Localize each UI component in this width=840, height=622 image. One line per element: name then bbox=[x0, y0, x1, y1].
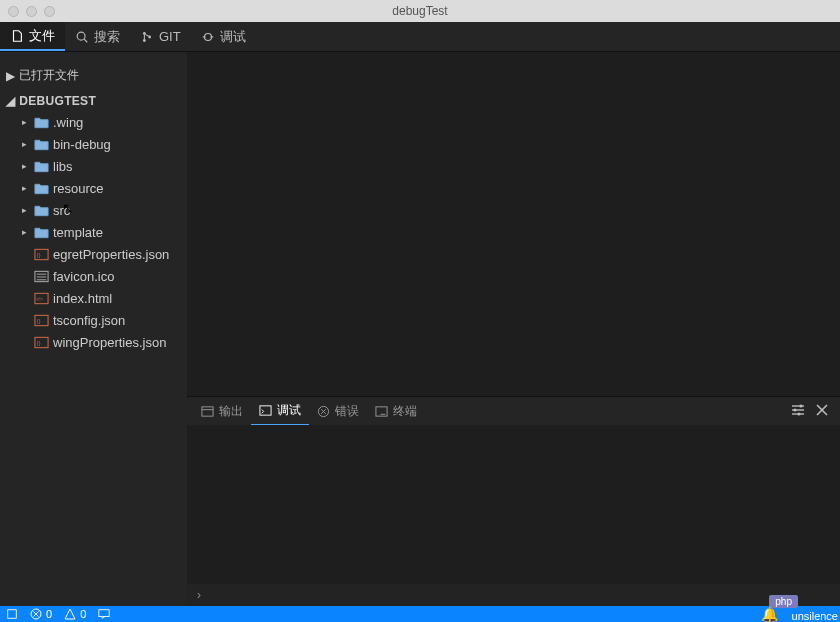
tree-folder[interactable]: ▸ .wing bbox=[6, 111, 187, 133]
search-icon bbox=[75, 30, 89, 44]
chevron-right-icon: ▸ bbox=[22, 205, 30, 215]
close-window-button[interactable] bbox=[8, 6, 19, 17]
file-icon bbox=[10, 29, 24, 43]
terminal-icon bbox=[375, 405, 388, 418]
notification-bell-icon[interactable]: 🔔 bbox=[761, 606, 778, 622]
tree-file[interactable]: </> index.html bbox=[6, 287, 187, 309]
toolbar-tab-search[interactable]: 搜索 bbox=[65, 22, 130, 51]
json-file-icon: {} bbox=[34, 336, 49, 349]
toolbar-tab-debug[interactable]: 调试 bbox=[191, 22, 256, 51]
json-file-icon: {} bbox=[34, 314, 49, 327]
editor-blank-area bbox=[187, 52, 840, 396]
output-icon bbox=[201, 405, 214, 418]
tree-item-label: tsconfig.json bbox=[53, 313, 125, 328]
tree-item-label: src bbox=[53, 203, 70, 218]
opened-files-header[interactable]: ▶ 已打开文件 bbox=[0, 64, 187, 87]
explorer-sidebar: ▶ 已打开文件 ◢ DEBUGTEST ▸ .wing ▸ bin-debug bbox=[0, 52, 187, 606]
svg-rect-36 bbox=[8, 610, 17, 619]
window-title: debugTest bbox=[0, 4, 840, 18]
svg-rect-22 bbox=[260, 406, 271, 415]
status-errors-count: 0 bbox=[46, 608, 52, 620]
svg-rect-20 bbox=[202, 406, 213, 415]
tree-item-label: bin-debug bbox=[53, 137, 111, 152]
svg-marker-40 bbox=[65, 609, 75, 619]
toolbar-tab-label: GIT bbox=[159, 29, 181, 44]
chevron-down-icon: ◢ bbox=[6, 94, 15, 108]
toolbar-tab-label: 文件 bbox=[29, 27, 55, 45]
tree-item-label: .wing bbox=[53, 115, 83, 130]
activity-toolbar: 文件 搜索 GIT 调试 bbox=[0, 22, 840, 52]
tree-item-label: resource bbox=[53, 181, 104, 196]
tree-file[interactable]: {} egretProperties.json bbox=[6, 243, 187, 265]
svg-text:{}: {} bbox=[37, 251, 41, 257]
debug-repl-input[interactable]: › bbox=[187, 584, 840, 606]
status-feedback-icon[interactable] bbox=[98, 608, 110, 620]
project-header[interactable]: ◢ DEBUGTEST bbox=[0, 91, 187, 111]
error-icon bbox=[30, 608, 42, 620]
toolbar-tab-git[interactable]: GIT bbox=[130, 22, 191, 51]
tree-item-label: template bbox=[53, 225, 103, 240]
tree-file[interactable]: favicon.ico bbox=[6, 265, 187, 287]
panel-close-icon[interactable] bbox=[816, 403, 828, 419]
svg-point-5 bbox=[204, 33, 211, 40]
panel-tab-debug[interactable]: 调试 bbox=[251, 397, 309, 425]
error-icon bbox=[317, 405, 330, 418]
svg-rect-41 bbox=[99, 610, 109, 617]
html-file-icon: </> bbox=[34, 292, 49, 305]
bottom-panel: 输出 调试 错误 终端 bbox=[187, 396, 840, 606]
editor-region: 输出 调试 错误 终端 bbox=[187, 52, 840, 606]
tree-item-label: egretProperties.json bbox=[53, 247, 169, 262]
folder-icon bbox=[34, 160, 49, 173]
tree-file[interactable]: {} wingProperties.json bbox=[6, 331, 187, 353]
json-file-icon: {} bbox=[34, 248, 49, 261]
tree-item-label: favicon.ico bbox=[53, 269, 114, 284]
folder-icon bbox=[34, 226, 49, 239]
svg-point-3 bbox=[143, 39, 146, 42]
minimize-window-button[interactable] bbox=[26, 6, 37, 17]
status-bar: 0 0 php 🔔 unsilence bbox=[0, 606, 840, 622]
folder-icon bbox=[34, 138, 49, 151]
unsilence-label[interactable]: unsilence bbox=[792, 610, 838, 622]
status-errors[interactable]: 0 bbox=[30, 608, 52, 620]
ico-file-icon bbox=[34, 270, 49, 283]
opened-files-label: 已打开文件 bbox=[19, 67, 79, 84]
chevron-right-icon: ▸ bbox=[22, 117, 30, 127]
window-titlebar: debugTest bbox=[0, 0, 840, 22]
tree-folder[interactable]: ▸ bin-debug bbox=[6, 133, 187, 155]
debug-console-body[interactable] bbox=[187, 425, 840, 584]
folder-icon bbox=[34, 204, 49, 217]
toolbar-tab-file[interactable]: 文件 bbox=[0, 22, 65, 51]
tree-folder[interactable]: ▸ libs bbox=[6, 155, 187, 177]
tree-folder[interactable]: ▸ resource bbox=[6, 177, 187, 199]
tree-item-label: wingProperties.json bbox=[53, 335, 166, 350]
tree-folder[interactable]: ▸ template bbox=[6, 221, 187, 243]
tree-folder[interactable]: ▸ src bbox=[6, 199, 187, 221]
repl-prompt: › bbox=[197, 588, 201, 602]
svg-text:{}: {} bbox=[37, 317, 41, 323]
panel-tab-output[interactable]: 输出 bbox=[193, 397, 251, 425]
chevron-right-icon: ▸ bbox=[22, 183, 30, 193]
tree-file[interactable]: {} tsconfig.json bbox=[6, 309, 187, 331]
main-area: ▶ 已打开文件 ◢ DEBUGTEST ▸ .wing ▸ bin-debug bbox=[0, 52, 840, 606]
zoom-window-button[interactable] bbox=[44, 6, 55, 17]
svg-text:{}: {} bbox=[37, 339, 41, 345]
toolbar-tab-label: 搜索 bbox=[94, 28, 120, 46]
project-label: DEBUGTEST bbox=[19, 94, 96, 108]
panel-tab-label: 终端 bbox=[393, 403, 417, 420]
tree-item-label: index.html bbox=[53, 291, 112, 306]
chevron-right-icon: ▶ bbox=[6, 69, 15, 83]
panel-tab-errors[interactable]: 错误 bbox=[309, 397, 367, 425]
status-warnings[interactable]: 0 bbox=[64, 608, 86, 620]
svg-point-0 bbox=[77, 32, 85, 40]
warning-icon bbox=[64, 608, 76, 620]
panel-tab-label: 错误 bbox=[335, 403, 359, 420]
status-remote-icon[interactable] bbox=[6, 608, 18, 620]
panel-tab-terminal[interactable]: 终端 bbox=[367, 397, 425, 425]
panel-tabs: 输出 调试 错误 终端 bbox=[187, 397, 840, 425]
svg-point-33 bbox=[797, 412, 800, 415]
tree-item-label: libs bbox=[53, 159, 73, 174]
chevron-right-icon: ▸ bbox=[22, 139, 30, 149]
svg-text:</>: </> bbox=[36, 296, 43, 301]
toolbar-tab-label: 调试 bbox=[220, 28, 246, 46]
panel-settings-icon[interactable] bbox=[790, 403, 806, 420]
